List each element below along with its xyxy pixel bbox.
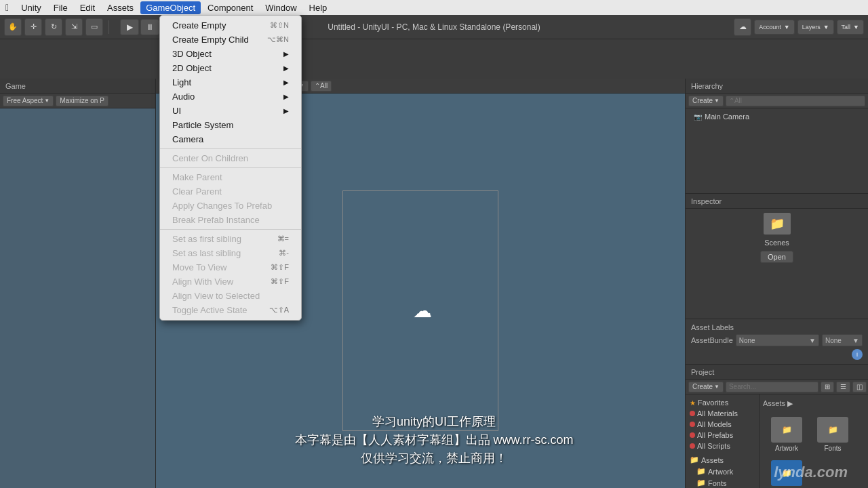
favorites-item[interactable]: ★ Favorites: [686, 397, 760, 408]
hierarchy-content: 📷 Main Camera: [686, 108, 868, 193]
menu-component[interactable]: Component: [202, 1, 258, 14]
ui-item[interactable]: UI ▶: [160, 104, 301, 118]
create-empty-child-item[interactable]: Create Empty Child ⌥⌘N: [160, 33, 301, 47]
clear-parent-item: Clear Parent: [160, 184, 301, 199]
asset-bundle-icon: i: [852, 349, 863, 360]
rect-tool-btn[interactable]: ▭: [85, 18, 103, 36]
hierarchy-header: Hierarchy: [686, 79, 868, 94]
main-layout: Game Free Aspect ▼ Maximize on P Shaded …: [0, 79, 868, 488]
aspect-dropdown[interactable]: Free Aspect ▼: [3, 96, 54, 106]
proj-icon-btn1[interactable]: ⊞: [821, 382, 834, 392]
folder-glyph: 📁: [770, 216, 785, 231]
folder-tree-icon: 📁: [690, 455, 699, 464]
create-empty-item[interactable]: Create Empty ⌘⇧N: [160, 18, 301, 33]
inspector-panel: Inspector 📁 Scenes Open Asset Labels Ass…: [686, 194, 868, 365]
project-create-btn[interactable]: Create ▼: [688, 382, 724, 392]
scene-object-icon: ☁: [413, 300, 432, 322]
toggle-active-item: Toggle Active State ⌥⇧A: [160, 303, 301, 317]
all-prefabs-item[interactable]: All Prefabs: [686, 430, 760, 441]
game-panel-title: Game: [5, 82, 26, 90]
hierarchy-camera-item[interactable]: 📷 Main Camera: [691, 111, 863, 122]
hierarchy-search[interactable]: [726, 96, 865, 106]
inspector-header: Inspector: [686, 194, 868, 209]
audio-item[interactable]: Audio ▶: [160, 89, 301, 104]
project-layout: ★ Favorites All Materials All Models All…: [686, 394, 868, 488]
all-prefabs-dot: [690, 432, 695, 438]
hierarchy-create-btn[interactable]: Create ▼: [688, 96, 724, 106]
project-breadcrumb: Assets ▶: [763, 397, 865, 409]
fonts-folder-name: Fonts: [824, 445, 841, 452]
asset-labels-section: Asset Labels AssetBundle None ▼ None ▼ i: [686, 319, 868, 364]
play-button[interactable]: ▶: [120, 19, 139, 35]
menu-assets[interactable]: Assets: [102, 1, 139, 14]
pause-button[interactable]: ⏸: [140, 19, 159, 35]
project-main: Assets ▶ 📁 Artwork 📁 Fonts 📁: [760, 394, 868, 488]
all-scripts-item[interactable]: All Scripts: [686, 441, 760, 451]
center-on-children-item: Center On Children: [160, 151, 301, 165]
project-title: Project: [691, 368, 714, 376]
game-panel-header: Game: [0, 79, 155, 94]
asset-bundle-dropdown[interactable]: None ▼: [736, 334, 819, 346]
particle-system-item[interactable]: Particle System: [160, 118, 301, 132]
right-panels: Hierarchy Create ▼ 📷 Main Camera Inspect…: [685, 79, 868, 488]
proj-icon-btn2[interactable]: ☰: [836, 382, 850, 392]
project-header: Project: [686, 365, 868, 380]
fonts-tree-icon: 📁: [696, 479, 706, 487]
assets-tree-item[interactable]: 📁 Assets: [686, 454, 760, 466]
toolbar: ✋ ✛ ↻ ⇲ ▭ Untitled - UnityUI - PC, Mac &…: [0, 15, 868, 39]
scenes-folder[interactable]: 📁 Scenes: [766, 458, 808, 488]
hierarchy-toolbar: Create ▼: [686, 94, 868, 108]
all-materials-dot: [690, 411, 695, 416]
asset-bundle-row: AssetBundle None ▼ None ▼: [691, 334, 863, 346]
2d-object-item[interactable]: 2D Object ▶: [160, 61, 301, 75]
hierarchy-title: Hierarchy: [691, 82, 723, 90]
artwork-tree-item[interactable]: 📁 Artwork: [686, 466, 760, 477]
all-materials-item[interactable]: All Materials: [686, 408, 760, 419]
menu-help[interactable]: Help: [304, 1, 333, 14]
set-last-sibling-item: Set as last sibling ⌘-: [160, 246, 301, 260]
open-btn[interactable]: Open: [760, 251, 793, 263]
set-first-sibling-item: Set as first sibling ⌘=: [160, 232, 301, 246]
menu-unity[interactable]: Unity: [16, 1, 47, 14]
layout-dropdown[interactable]: Tall ▼: [837, 20, 864, 35]
all-btn[interactable]: ⌃All: [311, 81, 332, 92]
all-models-item[interactable]: All Models: [686, 419, 760, 430]
project-toolbar: Create ▼ ⊞ ☰ ◫: [686, 380, 868, 394]
menu-edit[interactable]: Edit: [75, 1, 100, 14]
scale-tool-btn[interactable]: ⇲: [65, 18, 83, 36]
hand-tool-btn[interactable]: ✋: [4, 18, 22, 36]
project-sidebar: ★ Favorites All Materials All Models All…: [686, 394, 760, 488]
menu-file[interactable]: File: [48, 1, 73, 14]
cloud-btn[interactable]: ☁: [734, 18, 751, 36]
artwork-folder[interactable]: 📁 Artwork: [766, 415, 808, 454]
rotate-tool-btn[interactable]: ↻: [45, 18, 62, 36]
light-item[interactable]: Light ▶: [160, 75, 301, 89]
scenes-folder-img: 📁: [771, 460, 802, 486]
layers-dropdown[interactable]: Layers ▼: [797, 20, 834, 35]
align-view-selected-item: Align View to Selected: [160, 289, 301, 303]
account-dropdown[interactable]: Account ▼: [754, 20, 794, 35]
maximize-btn[interactable]: Maximize on P: [56, 96, 108, 106]
menu-sep-1: [160, 148, 301, 149]
align-with-view-item: Align With View ⌘⇧F: [160, 274, 301, 289]
fonts-folder[interactable]: 📁 Fonts: [812, 415, 854, 454]
camera-icon: 📷: [694, 113, 702, 121]
apple-logo[interactable]: : [5, 2, 9, 13]
artwork-folder-img: 📁: [771, 417, 802, 443]
artwork-tree-icon: 📁: [696, 467, 706, 476]
menu-bar:  Unity File Edit Assets GameObject Comp…: [0, 0, 868, 15]
menu-window[interactable]: Window: [260, 1, 302, 14]
asset-bundle-dropdown2[interactable]: None ▼: [822, 334, 863, 346]
all-models-dot: [690, 422, 695, 427]
camera-item[interactable]: Camera: [160, 132, 301, 146]
fonts-folder-img: 📁: [817, 417, 848, 443]
menu-gameobject[interactable]: GameObject: [140, 1, 201, 14]
fonts-tree-item[interactable]: 📁 Fonts: [686, 477, 760, 488]
move-tool-btn[interactable]: ✛: [24, 18, 42, 36]
project-search[interactable]: [726, 382, 818, 392]
gameobject-dropdown-menu: Create Empty ⌘⇧N Create Empty Child ⌥⌘N …: [159, 15, 302, 321]
proj-icon-btn3[interactable]: ◫: [852, 382, 867, 392]
3d-object-item[interactable]: 3D Object ▶: [160, 47, 301, 61]
inspector-content: 📁 Scenes Open: [686, 209, 868, 319]
all-scripts-dot: [690, 443, 695, 449]
